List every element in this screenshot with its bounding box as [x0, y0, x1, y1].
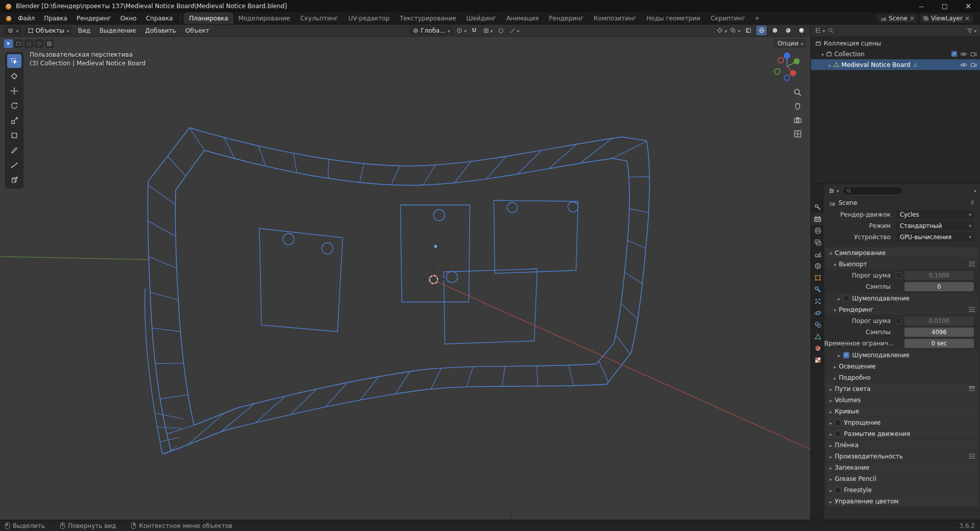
menu-window[interactable]: Окно — [116, 12, 141, 24]
tab-particles[interactable] — [811, 295, 824, 307]
workspace-tab-compositing[interactable]: Композитинг — [589, 12, 641, 24]
tab-constraints[interactable] — [811, 319, 824, 331]
shading-wireframe-button[interactable] — [756, 26, 767, 35]
workspace-tab-sculpting[interactable]: Скульптинг — [295, 12, 343, 24]
tab-modifiers[interactable] — [811, 284, 824, 295]
zoom-icon[interactable] — [793, 88, 802, 97]
eye-icon[interactable] — [960, 62, 967, 67]
gizmo-x-neg-axis[interactable] — [778, 58, 784, 63]
blender-menu-icon[interactable] — [3, 13, 13, 23]
section-advanced[interactable]: Подробно — [826, 372, 978, 383]
freestyle-checkbox[interactable] — [835, 487, 841, 493]
pinned-papers-wireframe[interactable] — [259, 200, 578, 344]
panel-menu-icon[interactable] — [969, 307, 975, 312]
render-noise-checkbox[interactable] — [896, 318, 902, 324]
gizmo-y-axis[interactable] — [794, 58, 800, 64]
show-overlays-toggle[interactable] — [730, 26, 740, 35]
device-select[interactable]: GPU-вычисления — [896, 233, 974, 242]
tool-options-dropdown[interactable]: Опции — [774, 39, 806, 48]
section-viewport-denoise[interactable]: Шумоподавление — [826, 293, 978, 304]
workspace-tab-geometry-nodes[interactable]: Ноды геометрии — [641, 12, 706, 24]
section-lights[interactable]: Освещение — [826, 361, 978, 372]
minimize-button[interactable] — [910, 0, 933, 12]
transform-orientation-dropdown[interactable]: Глоба... — [410, 26, 453, 35]
menu-object[interactable]: Объект — [182, 27, 212, 34]
tab-object-data[interactable] — [811, 331, 824, 342]
unlink-viewlayer-icon[interactable] — [965, 15, 970, 22]
tab-world[interactable] — [811, 260, 824, 272]
select-mode-extra[interactable] — [45, 39, 54, 48]
section-color-management[interactable]: Управление цветом — [826, 496, 978, 506]
properties-editor-type-button[interactable] — [828, 186, 839, 196]
properties-search-input[interactable] — [843, 187, 903, 195]
tab-scene[interactable] — [811, 248, 824, 260]
panel-menu-icon[interactable] — [969, 454, 975, 458]
xray-toggle[interactable] — [743, 26, 753, 35]
panel-menu-icon[interactable] — [969, 386, 975, 391]
outliner-search[interactable] — [828, 28, 963, 34]
outliner-filter-button[interactable] — [966, 26, 976, 35]
tool-transform[interactable] — [7, 128, 21, 142]
tool-scale[interactable] — [7, 113, 21, 127]
close-button[interactable] — [957, 0, 980, 12]
section-simplify[interactable]: Упрощение — [826, 417, 978, 428]
show-gizmo-toggle[interactable] — [716, 26, 727, 35]
select-mode-box[interactable] — [14, 39, 23, 48]
workspace-tab-uv[interactable]: UV-редактор — [343, 12, 394, 24]
add-workspace-button[interactable]: + — [750, 15, 763, 22]
pan-hand-icon[interactable] — [793, 102, 802, 111]
tab-physics[interactable] — [811, 307, 824, 319]
menu-view[interactable]: Вид — [75, 27, 93, 34]
section-film[interactable]: Плёнка — [826, 440, 978, 450]
tab-view-layer[interactable] — [811, 237, 824, 248]
proportional-editing-toggle[interactable] — [496, 26, 506, 35]
menu-render[interactable]: Рендеринг — [72, 12, 116, 24]
orthographic-grid-icon[interactable] — [793, 129, 802, 138]
tab-texture[interactable] — [811, 354, 824, 366]
gizmo-x-axis[interactable] — [790, 70, 796, 76]
properties-options-icon[interactable] — [973, 187, 976, 194]
gizmo-y-neg-axis[interactable] — [775, 69, 780, 75]
time-limit-field[interactable]: 0 sec — [904, 339, 974, 348]
section-curves[interactable]: Кривые — [826, 406, 978, 417]
workspace-tab-animation[interactable]: Анимация — [501, 12, 543, 24]
pin-icon[interactable] — [969, 200, 975, 206]
shading-solid-button[interactable] — [770, 26, 780, 35]
scene-wireframe[interactable] — [0, 37, 810, 520]
notice-board-wireframe[interactable] — [145, 128, 650, 455]
mode-select[interactable]: Объекты — [25, 26, 72, 35]
snap-toggle[interactable] — [469, 26, 480, 35]
workspace-tab-layout[interactable]: Планировка — [184, 12, 233, 24]
outliner-editor-type-button[interactable] — [815, 26, 825, 35]
viewport-canvas[interactable]: Опции Пользовательская перспектива (3) C… — [0, 37, 810, 520]
tool-add-cube[interactable] — [7, 173, 21, 187]
viewport-samples-field[interactable]: 0 — [904, 282, 974, 291]
outliner-row-collection[interactable]: Collection — [811, 49, 980, 59]
pivot-point-dropdown[interactable] — [456, 26, 466, 35]
section-sampling-render[interactable]: Рендеринг — [826, 304, 978, 315]
select-mode-circ[interactable] — [25, 39, 33, 48]
menu-edit[interactable]: Правка — [39, 12, 72, 24]
editor-type-button[interactable] — [4, 26, 21, 35]
tab-render[interactable] — [811, 213, 824, 225]
select-mode-tweak[interactable] — [4, 39, 13, 48]
render-engine-select[interactable]: Cycles — [896, 210, 974, 219]
menu-file[interactable]: Файл — [13, 12, 39, 24]
menu-select[interactable]: Выделение — [97, 27, 139, 34]
tab-material[interactable] — [811, 342, 824, 354]
eye-icon[interactable] — [960, 52, 967, 57]
viewport-noise-checkbox[interactable] — [896, 272, 902, 279]
section-sampling[interactable]: Сэмплирование — [826, 247, 978, 258]
camera-icon[interactable] — [970, 51, 977, 57]
navigation-gizmo[interactable] — [771, 50, 803, 83]
expand-icon[interactable] — [828, 61, 831, 68]
camera-icon[interactable] — [970, 62, 977, 67]
tool-cursor[interactable] — [7, 69, 21, 83]
tab-tool[interactable] — [811, 201, 824, 213]
viewport-denoise-checkbox[interactable] — [843, 295, 849, 302]
render-samples-field[interactable]: 4096 — [904, 328, 974, 337]
menu-add[interactable]: Добавить — [142, 27, 179, 34]
outliner-row-scene-collection[interactable]: Коллекция сцены — [811, 38, 980, 49]
workspace-tab-texture-paint[interactable]: Текстурирование — [395, 12, 461, 24]
section-render-denoise[interactable]: Шумоподавление — [826, 350, 978, 360]
